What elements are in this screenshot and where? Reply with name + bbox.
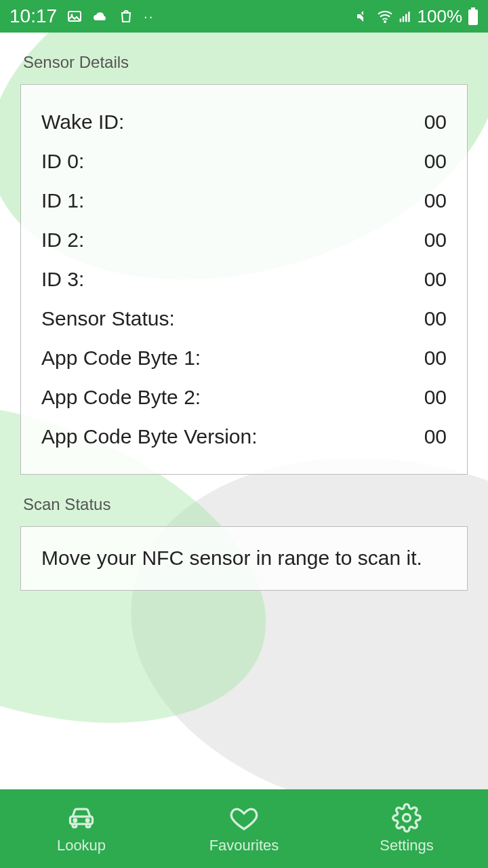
bottom-nav: Lookup Favourites Settings	[0, 789, 488, 868]
svg-point-15	[403, 814, 411, 822]
detail-label: ID 3:	[41, 268, 84, 291]
nav-settings-label: Settings	[380, 837, 434, 854]
scan-status-title: Scan Status	[23, 495, 468, 514]
nav-settings[interactable]: Settings	[325, 789, 488, 868]
detail-row: ID 2:00	[41, 220, 447, 260]
nav-favourites[interactable]: Favourites	[163, 789, 325, 868]
detail-row: App Code Byte 1:00	[41, 338, 447, 378]
detail-value: 00	[424, 386, 447, 409]
status-bar: 10:17 ·· 100%	[0, 0, 488, 33]
detail-row: ID 3:00	[41, 260, 447, 299]
battery-text: 100%	[418, 6, 463, 27]
detail-label: Wake ID:	[41, 111, 124, 134]
detail-row: Sensor Status:00	[41, 299, 447, 338]
nav-lookup-label: Lookup	[57, 837, 106, 854]
mute-icon	[355, 8, 371, 24]
svg-point-13	[74, 819, 77, 822]
detail-row: ID 0:00	[41, 142, 447, 181]
detail-row: ID 1:00	[41, 181, 447, 220]
detail-row: App Code Byte 2:00	[41, 378, 447, 417]
detail-value: 00	[424, 111, 447, 134]
signal-icon	[399, 9, 412, 23]
detail-label: App Code Byte 1:	[41, 347, 201, 370]
detail-row: App Code Byte Version:00	[41, 417, 447, 456]
detail-row: Wake ID:00	[41, 102, 447, 142]
detail-label: ID 1:	[41, 189, 84, 212]
svg-rect-5	[402, 16, 404, 22]
detail-label: Sensor Status:	[41, 307, 175, 330]
nav-lookup[interactable]: Lookup	[0, 789, 163, 868]
svg-rect-9	[468, 9, 478, 25]
nav-favourites-label: Favourites	[209, 837, 279, 854]
heart-icon	[229, 803, 259, 833]
detail-value: 00	[424, 189, 447, 212]
detail-value: 00	[424, 268, 447, 291]
shopping-bag-icon	[118, 8, 134, 24]
detail-label: ID 0:	[41, 150, 84, 173]
more-icon: ··	[144, 9, 154, 24]
cloud-icon	[92, 8, 108, 24]
gear-icon	[392, 803, 422, 833]
sensor-details-title: Sensor Details	[23, 53, 468, 72]
car-icon	[66, 803, 96, 833]
detail-value: 00	[424, 229, 447, 252]
detail-value: 00	[424, 347, 447, 370]
detail-value: 00	[424, 150, 447, 173]
svg-rect-7	[408, 12, 410, 22]
svg-rect-6	[405, 14, 407, 22]
detail-label: ID 2:	[41, 229, 84, 252]
detail-label: App Code Byte Version:	[41, 425, 258, 448]
svg-rect-8	[471, 7, 475, 9]
picture-icon	[66, 8, 83, 24]
sensor-details-card: Wake ID:00ID 0:00ID 1:00ID 2:00ID 3:00Se…	[20, 84, 468, 475]
svg-rect-4	[399, 18, 401, 22]
svg-rect-12	[86, 824, 89, 827]
battery-icon	[468, 7, 479, 25]
detail-value: 00	[424, 307, 447, 330]
svg-point-14	[86, 819, 89, 822]
svg-point-3	[384, 21, 386, 22]
detail-value: 00	[424, 425, 447, 448]
status-time: 10:17	[9, 5, 57, 27]
detail-label: App Code Byte 2:	[41, 386, 201, 409]
wifi-icon	[377, 8, 393, 24]
scan-status-message: Move your NFC sensor in range to scan it…	[41, 545, 447, 572]
scan-status-card: Move your NFC sensor in range to scan it…	[20, 526, 468, 591]
svg-rect-11	[73, 824, 77, 827]
